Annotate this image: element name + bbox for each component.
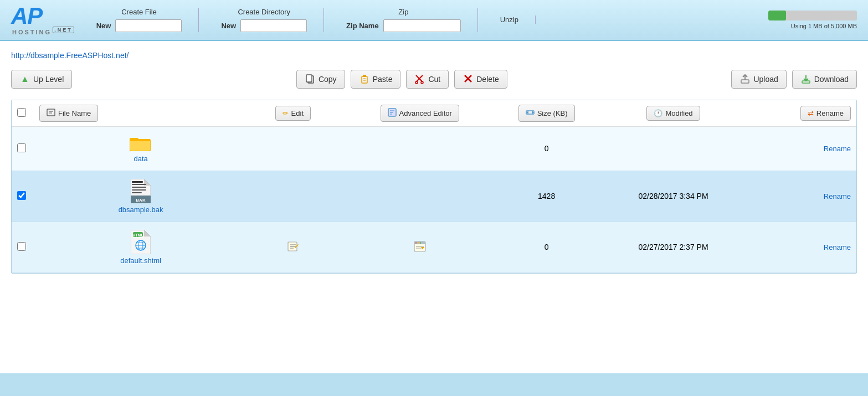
edit-header-button[interactable]: ✏ Edit <box>275 106 311 121</box>
zip-name-label: Zip Name <box>346 22 379 30</box>
row3-rename-link[interactable]: Rename <box>824 243 851 251</box>
svg-rect-31 <box>132 181 143 183</box>
rename-header-button[interactable]: ⇄ Rename <box>800 106 851 121</box>
table-row: data 0 Rename <box>12 127 856 171</box>
zip-label: Zip <box>398 8 408 16</box>
row1-file-name-link[interactable]: data <box>133 155 147 163</box>
header-edit-col: ✏ Edit <box>242 106 343 121</box>
url-bar: http://dbsample.FreeASPHost.net/ <box>11 47 857 64</box>
modified-header-label: Modified <box>665 109 692 117</box>
copy-label: Copy <box>319 75 337 84</box>
paste-label: Paste <box>373 75 393 84</box>
svg-rect-28 <box>130 140 150 141</box>
upload-button[interactable]: Upload <box>731 70 786 89</box>
header-size-col: Size (KB) <box>496 105 597 122</box>
cut-button[interactable]: Cut <box>406 70 449 89</box>
svg-point-56 <box>420 242 421 243</box>
modified-icon: 🕐 <box>654 109 662 117</box>
row2-file-name-link[interactable]: dbsample.bak <box>119 205 163 214</box>
row3-file-name-link[interactable]: default.shtml <box>120 256 161 265</box>
row2-name-col: BAK dbsample.bak <box>39 179 242 214</box>
row2-modified-col: 02/28/2017 3:34 PM <box>597 192 749 200</box>
create-directory-new-label: New <box>221 22 236 30</box>
row3-file-icon-name: HTML default.shtml <box>39 230 242 265</box>
current-url-link[interactable]: http://dbsample.FreeASPHost.net/ <box>11 51 129 60</box>
logo-net: .NET <box>53 27 74 33</box>
svg-point-9 <box>421 81 423 84</box>
create-file-input[interactable] <box>115 19 182 32</box>
main-content: http://dbsample.FreeASPHost.net/ ▲ Up Le… <box>0 41 868 373</box>
size-header-label: Size (KB) <box>537 109 568 117</box>
logo-text: AP <box>11 4 42 28</box>
row1-file-icon-name: data <box>39 135 242 163</box>
row3-advanced-col <box>343 240 496 255</box>
select-all-checkbox[interactable] <box>17 108 26 117</box>
modified-header-button[interactable]: 🕐 Modified <box>646 106 700 121</box>
row1-size-col: 0 <box>496 144 597 153</box>
file-name-header-button[interactable]: File Name <box>39 105 98 122</box>
download-icon <box>800 74 811 85</box>
row1-rename-link[interactable]: Rename <box>824 145 851 153</box>
advanced-editor-header-button[interactable]: Advanced Editor <box>381 105 459 122</box>
row3-check <box>17 242 39 253</box>
table-row: HTML default.shtml <box>12 222 856 273</box>
create-file-group: Create File New <box>96 8 199 32</box>
upload-icon <box>739 74 751 85</box>
usage-bar-fill <box>768 11 786 20</box>
file-name-header-label: File Name <box>58 109 91 117</box>
zip-name-input[interactable] <box>383 19 461 32</box>
download-button[interactable]: Download <box>792 70 857 89</box>
edit-header-label: Edit <box>291 109 304 117</box>
create-file-label: Create File <box>121 8 157 16</box>
usage-label: Using 1 MB of 5,000 MB <box>791 23 857 29</box>
unzip-label: Unzip <box>500 16 518 24</box>
svg-rect-32 <box>132 184 146 185</box>
delete-label: Delete <box>476 75 499 84</box>
cut-icon <box>414 74 425 85</box>
svg-rect-14 <box>47 109 55 116</box>
row2-checkbox[interactable] <box>17 191 26 200</box>
advanced-editor-header-label: Advanced Editor <box>399 109 452 117</box>
svg-rect-33 <box>132 187 146 188</box>
download-label: Download <box>814 75 849 84</box>
row3-checkbox[interactable] <box>17 242 26 251</box>
create-directory-input[interactable] <box>240 19 307 32</box>
rename-header-label: Rename <box>816 109 844 117</box>
row3-edit-link[interactable] <box>286 246 300 255</box>
size-icon <box>526 108 535 119</box>
row3-advanced-editor-link[interactable] <box>413 246 427 255</box>
svg-rect-34 <box>132 189 146 191</box>
header-advanced-col: Advanced Editor <box>343 105 496 122</box>
up-level-label: Up Level <box>33 75 64 84</box>
row3-size: 0 <box>545 243 549 251</box>
paste-button[interactable]: Paste <box>351 70 401 89</box>
row1-checkbox[interactable] <box>17 143 26 152</box>
file-table: File Name ✏ Edit Advanced Editor <box>11 100 857 274</box>
upload-label: Upload <box>753 75 778 84</box>
up-level-button[interactable]: ▲ Up Level <box>11 70 72 89</box>
action-buttons: ▲ Up Level Copy Paste Cut De <box>11 64 857 94</box>
svg-rect-12 <box>741 80 749 83</box>
rename-icon: ⇄ <box>808 109 814 117</box>
row2-rename-col: Rename <box>749 192 851 200</box>
row2-rename-link[interactable]: Rename <box>824 192 851 200</box>
svg-rect-3 <box>363 75 366 77</box>
row2-modified: 02/28/2017 3:34 PM <box>638 192 708 200</box>
row1-rename-col: Rename <box>749 144 851 153</box>
advanced-editor-icon <box>388 108 397 119</box>
delete-button[interactable]: Delete <box>454 70 507 89</box>
row3-edit-icon <box>286 240 300 253</box>
svg-point-8 <box>415 81 418 84</box>
delete-icon <box>463 74 474 85</box>
size-header-button[interactable]: Size (KB) <box>518 105 575 122</box>
file-name-icon <box>47 108 55 119</box>
bak-file-icon: BAK <box>131 179 151 203</box>
svg-text:BAK: BAK <box>136 198 146 203</box>
svg-point-54 <box>415 242 417 243</box>
copy-button[interactable]: Copy <box>296 70 345 89</box>
logo: AP HOSTING.NET <box>11 4 74 35</box>
row3-edit-col <box>242 240 343 255</box>
row3-modified: 02/27/2017 2:37 PM <box>638 243 708 251</box>
usage-bar-bg <box>768 11 857 20</box>
create-directory-group: Create Directory New <box>221 8 324 32</box>
